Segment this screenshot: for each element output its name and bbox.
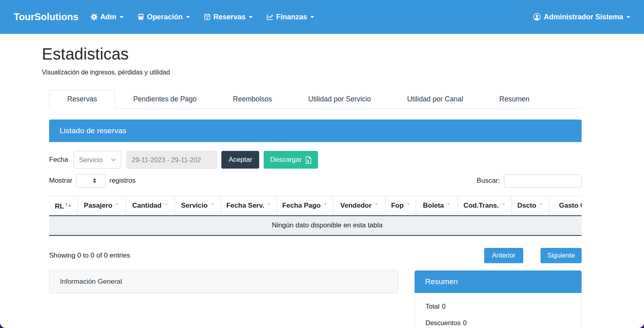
chevron-down-icon [186, 16, 190, 18]
nav-item-operacion[interactable]: Operación [137, 13, 190, 21]
table-controls-row: Mostrar registros Buscar: [49, 174, 582, 188]
empty-message: Ningún dato disponible en esta tabla [49, 216, 582, 235]
table-footer: Showing 0 to 0 of 0 entries Anterior Sig… [49, 248, 582, 263]
column-label: RL [55, 202, 64, 210]
nav-item-label: Adm [100, 13, 116, 21]
informacion-general-card[interactable]: Información General [49, 270, 398, 293]
column-header-rl[interactable]: RL↑▲ [49, 196, 77, 216]
column-header-boleta[interactable]: Boleta↑▼ [416, 196, 458, 216]
app-window: TourSolutions Adm Operación Res [0, 0, 644, 328]
nav-item-adm[interactable]: Adm [91, 13, 124, 21]
column-label: Boleta [423, 202, 444, 209]
reservas-table: RL↑▲ Pasajero↑▼ Cantidad↑▼ Servicio↑▼ [49, 196, 582, 236]
bottom-section: Información General Resumen Total0 Descu… [49, 270, 582, 328]
pagination: Anterior Siguiente [484, 248, 582, 263]
column-header-vendedor[interactable]: Vendedor↑▼ [333, 196, 386, 216]
resumen-card-body: Total0 Descuentos0 [415, 293, 582, 328]
date-type-value: Servicio [79, 156, 103, 164]
resumen-card: Resumen Total0 Descuentos0 [415, 270, 582, 328]
table-info: Showing 0 to 0 of 0 entries [49, 252, 130, 260]
page-length-select[interactable] [76, 174, 105, 188]
brand[interactable]: TourSolutions [14, 11, 78, 23]
aceptar-button[interactable]: Aceptar [221, 151, 259, 169]
column-header-servicio[interactable]: Servicio↑▼ [175, 196, 221, 216]
user-menu-label: Administrador Sistema [544, 13, 623, 21]
nav-item-label: Reservas [213, 13, 246, 21]
column-header-cantidad[interactable]: Cantidad↑▼ [126, 196, 175, 216]
top-navbar: TourSolutions Adm Operación Res [0, 0, 644, 34]
resumen-total-label: Total [425, 303, 440, 310]
up-down-arrows-icon [93, 177, 96, 185]
fecha-label: Fecha [49, 156, 68, 164]
date-type-select[interactable]: Servicio [74, 151, 121, 169]
excel-file-icon [305, 156, 312, 164]
column-label: Fecha Serv. [226, 202, 264, 209]
resumen-total-row: Total0 [425, 303, 571, 310]
column-label: Dscto [517, 202, 536, 209]
user-menu[interactable]: Administrador Sistema [533, 13, 630, 21]
tab-pendientes-de-pago[interactable]: Pendientes de Pago [115, 90, 215, 109]
sort-icon: ↑▼ [500, 202, 505, 206]
sort-icon: ↑▼ [405, 202, 410, 206]
column-label: Cod.Trans. [463, 202, 499, 209]
siguiente-button[interactable]: Siguiente [541, 248, 582, 263]
resumen-total-value: 0 [442, 303, 446, 310]
calendar-check-icon [204, 13, 211, 21]
anterior-button[interactable]: Anterior [484, 248, 523, 263]
resumen-descuentos-row: Descuentos0 [425, 319, 571, 327]
sort-icon: ↑▼ [322, 202, 327, 206]
column-label: Servicio [181, 202, 208, 209]
search-input[interactable] [504, 174, 582, 188]
column-header-fecha-serv[interactable]: Fecha Serv.↑▼ [221, 196, 277, 216]
tab-reservas[interactable]: Reservas [49, 90, 115, 109]
nav-item-reservas[interactable]: Reservas [204, 13, 253, 21]
descargar-label: Descargar [270, 156, 301, 164]
mostrar-label: Mostrar [49, 177, 72, 185]
bus-icon [137, 13, 144, 21]
registros-label: registros [109, 177, 136, 185]
resumen-card-header: Resumen [415, 270, 582, 293]
nav-menu: Adm Operación Reservas [91, 13, 314, 21]
chevron-down-icon [249, 16, 253, 18]
page-title: Estadisticas [42, 45, 644, 63]
column-header-fecha-pago[interactable]: Fecha Pago↑▼ [277, 196, 333, 216]
sort-ascending-icon: ↑▲ [65, 201, 71, 208]
nav-item-finanzas[interactable]: Finanzas [266, 13, 314, 21]
table-header-row: RL↑▲ Pasajero↑▼ Cantidad↑▼ Servicio↑▼ [49, 196, 582, 216]
column-header-pasajero[interactable]: Pasajero↑▼ [77, 196, 126, 216]
resumen-descuentos-label: Descuentos [425, 319, 460, 326]
column-header-cod-trans[interactable]: Cod.Trans.↑▼ [458, 196, 511, 216]
informacion-general-title: Información General [60, 278, 122, 286]
listado-reservas-panel-header: Listado de reservas [49, 120, 582, 142]
date-filter-row: Fecha Servicio Aceptar Descargar [49, 151, 582, 169]
tab-reembolsos[interactable]: Reembolsos [215, 90, 290, 109]
chart-line-icon [266, 13, 274, 21]
nav-item-label: Finanzas [276, 13, 307, 21]
column-label: Gasto Ca [559, 202, 582, 209]
resumen-descuentos-value: 0 [463, 319, 466, 326]
nav-item-label: Operación [147, 13, 183, 21]
sort-icon: ↑▼ [372, 202, 378, 206]
column-header-fop[interactable]: Fop↑▼ [386, 196, 416, 216]
tab-resumen[interactable]: Resumen [481, 90, 548, 109]
main-content: Estadisticas Visualización de ingresos, … [0, 45, 644, 328]
gear-icon [91, 13, 98, 21]
sort-icon: ↑▼ [113, 202, 119, 206]
chevron-down-icon [310, 16, 314, 18]
tab-utilidad-por-servicio[interactable]: Utilidad por Servicio [290, 90, 389, 109]
tab-utilidad-por-canal[interactable]: Utilidad por Canal [389, 90, 481, 109]
descargar-button[interactable]: Descargar [264, 151, 318, 169]
sort-icon: ↑▼ [208, 202, 214, 206]
column-header-gasto[interactable]: Gasto Ca↑▼ [549, 196, 582, 216]
column-label: Fop [391, 202, 404, 209]
chevron-down-icon [120, 16, 124, 18]
table-empty-row: Ningún dato disponible en esta tabla [49, 216, 582, 235]
column-header-dscto[interactable]: Dscto↑▼ [511, 196, 549, 216]
date-range-input[interactable] [126, 151, 217, 169]
user-circle-icon [533, 13, 541, 21]
search-control: Buscar: [477, 174, 582, 188]
column-label: Pasajero [84, 202, 112, 209]
column-label: Cantidad [132, 202, 161, 209]
sort-icon: ↑▼ [162, 202, 168, 206]
sort-icon: ↑▼ [537, 202, 543, 206]
